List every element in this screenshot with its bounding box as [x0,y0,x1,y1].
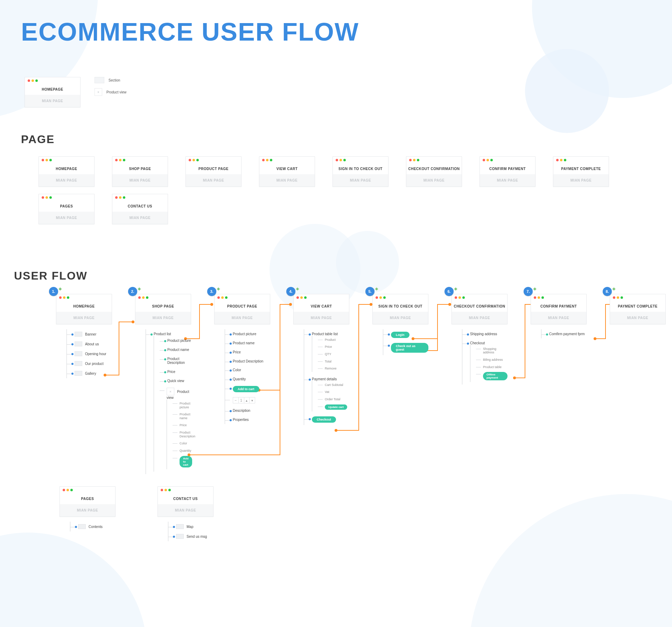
page-card: CONFIRM PAYMENT MIAN PAGE [479,156,536,187]
page-card: SIGN IN TO CHECK OUT MIAN PAGE [372,294,428,324]
page-card: SIGN IN TO CHECK OUT MIAN PAGE [332,156,388,187]
page-card-title: PAGES [60,491,115,504]
page-card-sub: MIAN PAGE [112,174,168,186]
page-card-title: PAGES [39,199,94,212]
page-title: ECOMMERCE USER FLOW [21,17,359,46]
flow-column: 5. SIGN IN TO CHECK OUT MIAN PAGE Login … [372,294,428,474]
page-card-sub: MIAN PAGE [215,312,270,324]
page-card-title: PRODUCT PAGE [186,161,241,174]
page-card: CONTACT US MIAN PAGE [112,194,168,224]
page-card-sub: MIAN PAGE [158,504,213,516]
page-card-title: CHECKOUT CONFIRMATION [406,161,462,174]
page-card: CONFIRM PAYMENT MIAN PAGE [531,294,587,324]
guest-checkout-pill[interactable]: Check out as guest [391,343,428,353]
page-card: PAYMENT COMPLETE MIAN PAGE [553,156,609,187]
update-cart-pill[interactable]: Update cart [325,404,347,410]
qty-widget[interactable]: −1▴▾ [233,397,255,403]
page-card-title: CONTACT US [112,199,168,212]
page-card-sub: MIAN PAGE [294,312,349,324]
page-card-title: HOMEPAGE [39,161,94,174]
page-card: PAGES MIAN PAGE [38,194,94,224]
page-card: VIEW CART MIAN PAGE [259,156,315,187]
legend-card-title: HOMEPAGE [25,82,80,95]
page-card-sub: MIAN PAGE [610,312,665,324]
page-card-title: CONTACT US [158,491,213,504]
page-card: HOMEPAGE MIAN PAGE [38,156,94,187]
page-card-title: PAYMENT COMPLETE [610,299,665,312]
legend-section-label: Section [108,78,120,82]
legend: HOMEPAGE MIAN PAGE Section × Product vie… [24,77,126,107]
page-card-title: PRODUCT PAGE [215,299,270,312]
page-card-sub: MIAN PAGE [452,312,507,324]
page-card-sub: MIAN PAGE [333,174,388,186]
flow-column: 4. VIEW CART MIAN PAGE Product table lis… [293,294,349,474]
flow-heading: USER FLOW [14,269,88,282]
page-card-title: SIGN IN TO CHECK OUT [373,299,428,312]
page-card-title: PAYMENT COMPLETE [553,161,609,174]
page-card-sub: MIAN PAGE [56,312,112,324]
page-card-title: VIEW CART [294,299,349,312]
page-card-sub: MIAN PAGE [60,504,115,516]
legend-card-sub: MIAN PAGE [25,95,80,107]
page-card: CHECKOUT CONFIRMATION MIAN PAGE [451,294,507,324]
flow-column: CONTACT US MIAN PAGEMapSend us msg [158,486,214,541]
legend-productview-label: Product view [106,90,126,94]
login-pill[interactable]: Login [391,332,410,338]
flow-column: 8. PAYMENT COMPLETE MIAN PAGE [610,294,666,474]
flow-column: 6. CHECKOUT CONFIRMATION MIAN PAGE Shipp… [451,294,507,474]
page-card-title: CONFIRM PAYMENT [531,299,586,312]
flow-column: 2. SHOP PAGE MIAN PAGE Product list Prod… [135,294,191,474]
flow-column: PAGES MIAN PAGEContents [59,486,115,541]
page-card-sub: MIAN PAGE [39,174,94,186]
section-swatch [94,77,104,83]
flow-column: 3. PRODUCT PAGE MIAN PAGE Product pictur… [214,294,270,474]
page-card-sub: MIAN PAGE [553,174,609,186]
legend-card: HOMEPAGE MIAN PAGE [24,77,80,107]
step-badge: 3. [207,287,216,296]
page-card-sub: MIAN PAGE [135,312,191,324]
step-badge: 8. [603,287,612,296]
step-badge: 4. [286,287,295,296]
page-card: HOMEPAGE MIAN PAGE [56,294,112,324]
page-card-title: HOMEPAGE [56,299,112,312]
add-to-cart-pill[interactable]: Add to cart [233,386,259,392]
page-card-sub: MIAN PAGE [186,174,241,186]
page-card-title: SIGN IN TO CHECK OUT [333,161,388,174]
offline-payment-pill[interactable]: Offline payment [483,372,507,380]
step-badge: 5. [365,287,374,296]
page-card-title: CHECKOUT CONFIRMATION [452,299,507,312]
page-card-sub: MIAN PAGE [112,212,168,224]
page-card-title: VIEW CART [259,161,315,174]
page-card-sub: MIAN PAGE [480,174,535,186]
page-card: SHOP PAGE MIAN PAGE [112,156,168,187]
step-badge: 1. [49,287,58,296]
page-card: SHOP PAGE MIAN PAGE [135,294,191,324]
page-card-sub: MIAN PAGE [373,312,428,324]
page-card-title: CONFIRM PAYMENT [480,161,535,174]
page-card-title: SHOP PAGE [135,299,191,312]
product-view-swatch: × [94,88,102,96]
page-card-sub: MIAN PAGE [39,212,94,224]
page-card: PRODUCT PAGE MIAN PAGE [214,294,270,324]
step-badge: 2. [128,287,137,296]
page-card-title: SHOP PAGE [112,161,168,174]
page-card: PRODUCT PAGE MIAN PAGE [186,156,241,187]
page-card: PAGES MIAN PAGE [59,486,115,517]
flow-column: 1. HOMEPAGE MIAN PAGE BannerAbout usOpen… [56,294,112,474]
step-badge: 7. [524,287,533,296]
page-card-sub: MIAN PAGE [259,174,315,186]
flow-column: 7. CONFIRM PAYMENT MIAN PAGE Comfirm pay… [531,294,587,474]
page-card-sub: MIAN PAGE [531,312,586,324]
checkout-pill[interactable]: Checkout [312,416,336,423]
add-to-cart-pill[interactable]: Add to cart [180,456,192,467]
page-card-sub: MIAN PAGE [406,174,462,186]
page-card: CONTACT US MIAN PAGE [158,486,214,517]
page-card: CHECKOUT CONFIRMATION MIAN PAGE [406,156,462,187]
page-heading: PAGE [21,133,609,146]
page-card: VIEW CART MIAN PAGE [293,294,349,324]
step-badge: 6. [444,287,454,296]
page-card: PAYMENT COMPLETE MIAN PAGE [610,294,666,324]
